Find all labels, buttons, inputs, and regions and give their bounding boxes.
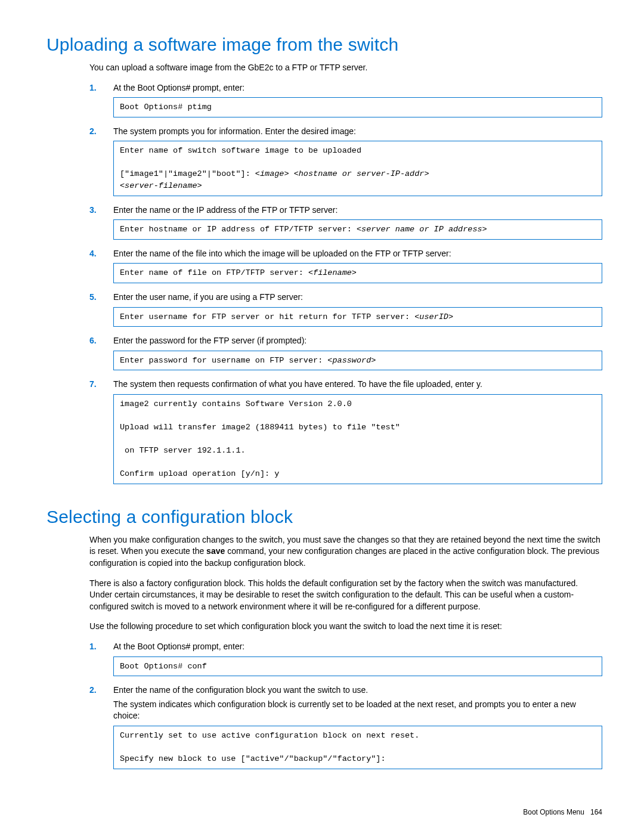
- step-1: At the Boot Options# prompt, enter: Boot…: [89, 82, 602, 117]
- page-content: Uploading a software image from the swit…: [0, 0, 644, 801]
- section-1-body: You can upload a software image from the…: [89, 62, 602, 484]
- s2-step-2-code: Currently set to use active configuratio…: [113, 726, 602, 769]
- step-5-code: Enter username for FTP server or hit ret…: [113, 307, 602, 327]
- step-4-text: Enter the name of the file into which th…: [113, 248, 602, 260]
- s2-step-2-text: Enter the name of the configuration bloc…: [113, 685, 602, 696]
- step-7-text: The system then requests confirmation of…: [113, 379, 602, 391]
- s2-step-1-text: At the Boot Options# prompt, enter:: [113, 641, 602, 653]
- section-1-intro: You can upload a software image from the…: [89, 62, 602, 74]
- step-4-code: Enter name of file on FTP/TFTP server: <…: [113, 263, 602, 283]
- section-2-p3: Use the following procedure to set which…: [89, 621, 602, 633]
- step-1-text: At the Boot Options# prompt, enter:: [113, 82, 602, 94]
- step-6-code: Enter password for username on FTP serve…: [113, 351, 602, 371]
- step-2-text: The system prompts you for information. …: [113, 126, 602, 138]
- step-3: Enter the name or the IP address of the …: [89, 205, 602, 240]
- section-1-title: Uploading a software image from the swit…: [47, 35, 602, 55]
- section-2-steps: At the Boot Options# prompt, enter: Boot…: [89, 641, 602, 769]
- step-3-text: Enter the name or the IP address of the …: [113, 205, 602, 216]
- section-2-p1: When you make configuration changes to t…: [89, 534, 602, 569]
- page-footer: Boot Options Menu 164: [523, 808, 602, 816]
- step-6-text: Enter the password for the FTP server (i…: [113, 335, 602, 347]
- s2-step-1: At the Boot Options# prompt, enter: Boot…: [89, 641, 602, 676]
- section-2-p2: There is also a factory configuration bl…: [89, 578, 602, 613]
- step-2-code: Enter name of switch software image to b…: [113, 141, 602, 196]
- section-2-title: Selecting a configuration block: [47, 507, 602, 527]
- step-1-code: Boot Options# ptimg: [113, 97, 602, 117]
- section-2-body: When you make configuration changes to t…: [89, 534, 602, 769]
- step-3-code: Enter hostname or IP address of FTP/TFTP…: [113, 219, 602, 240]
- step-4: Enter the name of the file into which th…: [89, 248, 602, 283]
- step-2: The system prompts you for information. …: [89, 126, 602, 196]
- section-1-steps: At the Boot Options# prompt, enter: Boot…: [89, 82, 602, 484]
- step-7: The system then requests confirmation of…: [89, 379, 602, 484]
- step-6: Enter the password for the FTP server (i…: [89, 335, 602, 370]
- footer-label: Boot Options Menu: [523, 808, 584, 816]
- step-5: Enter the user name, if you are using a …: [89, 292, 602, 327]
- footer-page-number: 164: [590, 808, 602, 816]
- step-5-text: Enter the user name, if you are using a …: [113, 292, 602, 304]
- s2-step-1-code: Boot Options# conf: [113, 657, 602, 677]
- s2-step-2: Enter the name of the configuration bloc…: [89, 685, 602, 769]
- s2-step-2-sub: The system indicates which configuration…: [113, 699, 602, 722]
- step-7-code: image2 currently contains Software Versi…: [113, 394, 602, 484]
